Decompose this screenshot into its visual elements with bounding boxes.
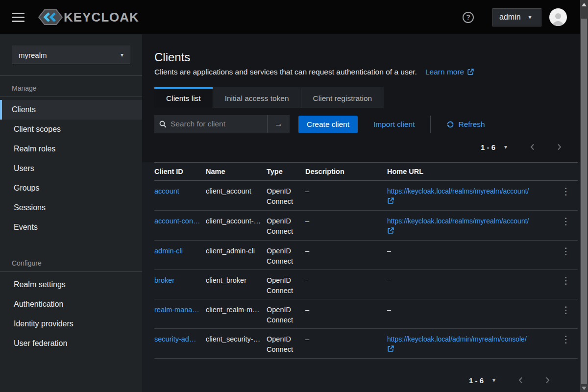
client-id-link[interactable]: account	[154, 187, 179, 195]
previous-page-icon[interactable]	[518, 376, 523, 384]
pagination-dropdown-icon[interactable]: ▾	[492, 377, 495, 384]
client-id-link[interactable]: security-ad…	[154, 335, 196, 343]
sidebar-item-authentication[interactable]: Authentication	[0, 294, 142, 314]
nav-group-title: Configure	[0, 251, 142, 271]
column-header-name: Name	[206, 163, 267, 180]
home-url-link[interactable]: https://keycloak.local/realms/myrealm/ac…	[387, 217, 549, 237]
row-actions-cell: ⋮	[554, 181, 578, 198]
learn-more-link[interactable]: Learn more	[425, 68, 474, 76]
row-actions-cell: ⋮	[554, 211, 578, 228]
row-actions-cell: ⋮	[554, 329, 578, 346]
client-name-cell: client_admin-cli	[206, 241, 267, 259]
client-type-cell: OpenID Connect	[267, 329, 305, 358]
client-id-link[interactable]: admin-cli	[154, 247, 183, 255]
client-id-cell: broker	[154, 270, 206, 289]
table-row: broker client_broker OpenID Connect – – …	[154, 270, 578, 299]
tab-clients-list[interactable]: Clients list	[154, 87, 213, 108]
client-description-cell: –	[305, 299, 387, 318]
tab-initial-access-token[interactable]: Initial access token	[213, 87, 301, 108]
home-url-link[interactable]: https://keycloak.local/realms/myrealm/ac…	[387, 187, 549, 207]
table-row: admin-cli client_admin-cli OpenID Connec…	[154, 241, 578, 270]
kebab-menu-icon[interactable]: ⋮	[558, 274, 575, 287]
sidebar-item-user-federation[interactable]: User federation	[0, 334, 142, 353]
username: admin	[499, 13, 521, 22]
toolbar: → Create client Import client Refresh	[154, 115, 578, 133]
nav-toggle-icon[interactable]	[12, 13, 24, 22]
chevron-down-icon: ▾	[529, 14, 532, 20]
sidebar-item-groups[interactable]: Groups	[0, 178, 142, 198]
sidebar-item-clients[interactable]: Clients	[0, 100, 142, 120]
sidebar-item-client-scopes[interactable]: Client scopes	[0, 120, 142, 139]
refresh-button[interactable]: Refresh	[446, 120, 485, 129]
sidebar-item-identity-providers[interactable]: Identity providers	[0, 314, 142, 334]
pagination-range: 1 - 6	[481, 143, 495, 151]
home-url-cell: –	[387, 241, 554, 259]
person-icon	[551, 11, 565, 26]
client-type-cell: OpenID Connect	[267, 211, 305, 240]
user-menu-dropdown[interactable]: admin ▾	[492, 8, 541, 26]
home-url-cell: –	[387, 299, 554, 318]
row-actions-cell: ⋮	[554, 241, 578, 258]
column-header-client-id: Client ID	[154, 163, 206, 180]
row-actions-cell: ⋮	[554, 270, 578, 287]
scroll-down-icon[interactable]	[582, 387, 587, 390]
external-link-icon	[387, 197, 394, 204]
kebab-menu-icon[interactable]: ⋮	[558, 215, 575, 228]
pagination-dropdown-icon[interactable]: ▾	[504, 144, 507, 150]
next-page-icon[interactable]	[545, 376, 550, 384]
realm-name: myrealm	[19, 51, 47, 59]
kebab-menu-icon[interactable]: ⋮	[558, 333, 575, 346]
scroll-up-icon[interactable]	[582, 3, 587, 6]
page-description: Clients are applications and services th…	[154, 68, 417, 76]
window-scrollbar-thumb[interactable]	[581, 19, 587, 384]
sidebar-item-realm-settings[interactable]: Realm settings	[0, 275, 142, 294]
client-type-cell: OpenID Connect	[267, 299, 305, 328]
chevron-down-icon: ▾	[121, 52, 123, 58]
search-icon	[159, 121, 167, 128]
column-header-actions	[554, 163, 578, 172]
client-id-link[interactable]: realm-mana…	[154, 306, 199, 314]
search-input[interactable]	[171, 120, 262, 128]
window-scrollbar[interactable]	[580, 0, 588, 392]
client-name-cell: client_security-…	[206, 329, 267, 347]
pagination-range: 1 - 6	[469, 376, 484, 385]
previous-page-icon[interactable]	[530, 143, 535, 151]
avatar[interactable]	[549, 8, 567, 26]
search-submit-button[interactable]: →	[267, 115, 290, 133]
keycloak-hexagon-icon	[38, 8, 63, 26]
home-url-cell: –	[387, 270, 554, 289]
client-name-cell: client_account-…	[206, 211, 267, 229]
kebab-menu-icon[interactable]: ⋮	[558, 303, 575, 317]
column-header-description: Description	[305, 163, 387, 180]
sidebar-item-sessions[interactable]: Sessions	[0, 198, 142, 218]
client-type-cell: OpenID Connect	[267, 241, 305, 270]
tab-client-registration[interactable]: Client registration	[301, 87, 384, 108]
external-link-icon	[387, 227, 394, 234]
help-icon[interactable]: ?	[463, 12, 474, 23]
next-page-icon[interactable]	[557, 143, 562, 151]
sidebar-item-events[interactable]: Events	[0, 218, 142, 237]
home-url-cell: https://keycloak.local/realms/myrealm/ac…	[387, 181, 554, 210]
pagination-bottom: 1 - 6 ▾	[154, 370, 550, 390]
brand-text: KEYCLOAK	[64, 10, 139, 25]
sidebar-item-realm-roles[interactable]: Realm roles	[0, 139, 142, 159]
kebab-menu-icon[interactable]: ⋮	[558, 185, 575, 198]
client-id-link[interactable]: account-con…	[154, 217, 200, 225]
client-description-cell: –	[305, 181, 387, 199]
import-client-link[interactable]: Import client	[373, 120, 415, 129]
client-description-cell: –	[305, 241, 387, 259]
create-client-button[interactable]: Create client	[298, 116, 358, 133]
sidebar-nav-group: Manage Clients Client scopes Realm roles…	[0, 76, 142, 237]
kebab-menu-icon[interactable]: ⋮	[558, 245, 575, 258]
client-id-link[interactable]: broker	[154, 276, 174, 284]
table-row: account client_account OpenID Connect – …	[154, 181, 578, 211]
sidebar-nav-group: Configure Realm settings Authentication …	[0, 251, 142, 353]
page-title: Clients	[154, 50, 578, 64]
masthead: KEYCLOAK ? admin ▾	[0, 0, 588, 34]
keycloak-logo: KEYCLOAK	[38, 8, 139, 26]
realm-selector[interactable]: myrealm ▾	[12, 46, 130, 64]
sidebar-item-users[interactable]: Users	[0, 159, 142, 178]
client-id-cell: account-con…	[154, 211, 206, 229]
client-description-cell: –	[305, 329, 387, 347]
home-url-link[interactable]: https://keycloak.local/admin/myrealm/con…	[387, 335, 549, 355]
